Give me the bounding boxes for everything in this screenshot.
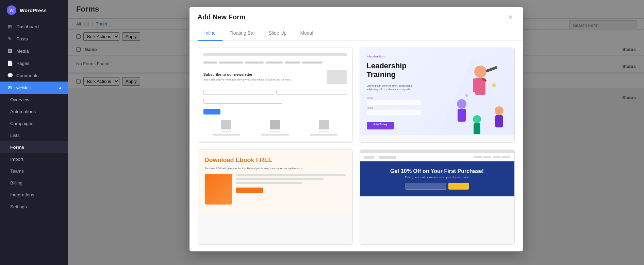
sidebar-item-label: Lists [10, 133, 20, 138]
sidebar-logo: W WordPress [0, 0, 68, 20]
sidebar-item-label: Integrations [10, 192, 34, 197]
sidebar-item-posts[interactable]: ✎ Posts [0, 33, 68, 45]
svg-point-6 [457, 99, 466, 109]
sidebar-item-billing[interactable]: Billing [0, 177, 68, 189]
template-card-basic[interactable]: Subscribe to our newsletter Add a descri… [198, 48, 353, 143]
sidebar-item-label: Pages [16, 61, 29, 66]
wemail-arrow-icon: ◀ [59, 86, 61, 90]
sidebar-item-label: Media [16, 49, 29, 54]
main-content: Forms All (0) | Trash Bulk Actions Apply… [68, 0, 644, 265]
posts-icon: ✎ [7, 36, 13, 41]
sidebar-item-label: Billing [10, 180, 22, 186]
dashboard-icon: ⊞ [7, 24, 13, 29]
sidebar-item-label: Forms [10, 145, 24, 150]
template-card-ebook[interactable]: Download Ebook FREE This free PDF will g… [198, 149, 353, 245]
template-card-discount[interactable]: Get 10% Off on Your First Purchase! Ente… [360, 149, 515, 245]
template-preview-ebook: Download Ebook FREE This free PDF will g… [198, 150, 352, 245]
svg-rect-7 [458, 109, 466, 122]
svg-point-8 [495, 106, 503, 115]
tab-inline[interactable]: Inline [198, 26, 222, 41]
wordpress-icon: W [7, 5, 16, 15]
svg-point-13 [465, 94, 468, 97]
sidebar-item-integrations[interactable]: Integrations [0, 189, 68, 201]
sidebar-item-overview[interactable]: Overview [0, 94, 68, 106]
comments-icon: 💬 [7, 73, 13, 78]
sidebar-item-label: Dashboard [16, 24, 39, 29]
modal-title: Add New Form [198, 13, 246, 21]
modal-tabs: Inline Floating Bar Slide Up Modal [189, 26, 523, 41]
svg-point-12 [492, 83, 496, 87]
sidebar-item-teams[interactable]: Teams [0, 165, 68, 177]
sidebar-item-wemail[interactable]: ✉ weMail ◀ [0, 82, 68, 94]
template-grid: Subscribe to our newsletter Add a descri… [189, 41, 523, 251]
sidebar-item-label: Import [10, 157, 23, 162]
modal-backdrop: Add New Form × Inline Floating Bar Slide… [68, 0, 644, 265]
sidebar-item-campaigns[interactable]: Campaigns [0, 118, 68, 129]
sidebar-item-label: Settings [10, 204, 27, 209]
template-preview-basic: Subscribe to our newsletter Add a descri… [198, 48, 352, 143]
sidebar-item-label: Overview [10, 97, 29, 102]
add-new-form-modal: Add New Form × Inline Floating Bar Slide… [189, 7, 523, 251]
tab-slide-up[interactable]: Slide Up [262, 26, 293, 41]
sidebar-item-label: Teams [10, 169, 24, 174]
tab-floating-bar[interactable]: Floating Bar [222, 26, 262, 41]
sidebar-item-pages[interactable]: 📄 Pages [0, 57, 68, 69]
sidebar-item-automations[interactable]: Automations [0, 106, 68, 118]
svg-rect-3 [473, 78, 477, 92]
pages-icon: 📄 [7, 60, 13, 66]
template-preview-leadership: Introduction LeadershipTraining Lorem ip… [360, 48, 514, 143]
svg-point-1 [474, 66, 486, 78]
sidebar-item-media[interactable]: 🖼 Media [0, 45, 68, 57]
sidebar-logo-label: WordPress [20, 7, 47, 13]
modal-close-button[interactable]: × [507, 13, 515, 21]
sidebar-item-label: weMail [16, 85, 31, 90]
sidebar-item-comments[interactable]: 💬 Comments [0, 69, 68, 82]
sidebar-item-label: Campaigns [10, 121, 33, 126]
sidebar-item-dashboard[interactable]: ⊞ Dashboard [0, 20, 68, 33]
sidebar-item-forms[interactable]: Forms [0, 141, 68, 153]
sidebar: W WordPress ⊞ Dashboard ✎ Posts 🖼 Media … [0, 0, 68, 265]
sidebar-item-label: Automations [10, 109, 36, 114]
sidebar-item-lists[interactable]: Lists [0, 129, 68, 141]
tab-modal[interactable]: Modal [293, 26, 320, 41]
template-preview-discount: Get 10% Off on Your First Purchase! Ente… [360, 150, 514, 245]
svg-point-10 [473, 115, 481, 123]
wemail-icon: ✉ [7, 85, 13, 90]
sidebar-item-label: Posts [16, 36, 28, 41]
svg-rect-9 [495, 115, 503, 127]
svg-rect-11 [474, 123, 480, 134]
sidebar-item-import[interactable]: Import [0, 153, 68, 165]
sidebar-item-settings[interactable]: Settings [0, 201, 68, 213]
modal-header: Add New Form × [189, 7, 523, 26]
sidebar-item-label: Comments [16, 73, 38, 78]
media-icon: 🖼 [7, 48, 13, 54]
template-card-leadership[interactable]: Introduction LeadershipTraining Lorem ip… [360, 48, 515, 143]
svg-rect-5 [485, 66, 498, 72]
